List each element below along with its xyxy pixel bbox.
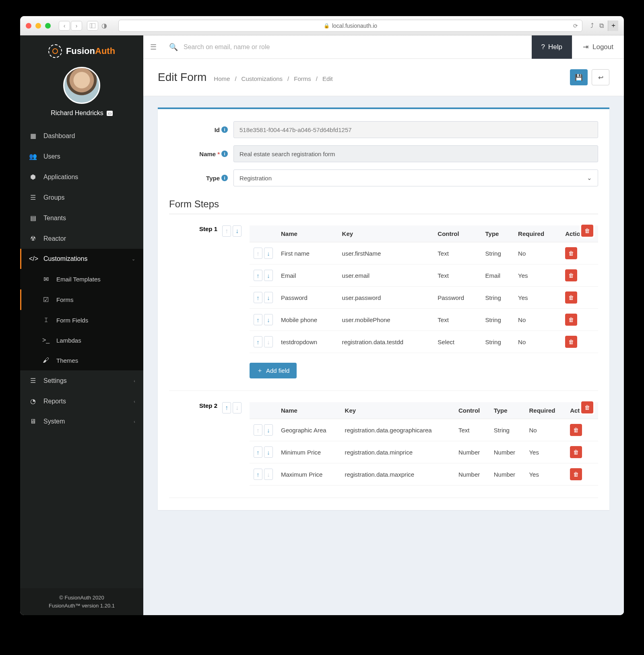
name-field[interactable] — [233, 145, 598, 162]
question-icon: ? — [541, 43, 545, 51]
reload-icon[interactable]: ⟳ — [573, 23, 578, 29]
check-icon: ☑ — [42, 296, 50, 304]
sidebar-sub-themes[interactable]: 🖌Themes — [20, 350, 143, 370]
cell-type: Number — [490, 441, 525, 463]
cell-required: No — [525, 419, 566, 441]
delete-row-button[interactable]: 🗑 — [565, 314, 577, 326]
crumb[interactable]: Forms — [294, 75, 311, 82]
move-row-up-button: ↑ — [254, 248, 262, 259]
topbar: ☰ 🔍 ?Help ⇥Logout — [143, 35, 624, 59]
back-button[interactable]: ‹ — [59, 21, 70, 31]
col-key: Key — [341, 402, 454, 419]
cell-required: Yes — [525, 463, 566, 486]
delete-row-button[interactable]: 🗑 — [565, 291, 577, 304]
move-row-up-button: ↑ — [254, 424, 262, 436]
move-row-down-button[interactable]: ↓ — [264, 446, 273, 458]
sidebar-item-users[interactable]: 👥Users — [20, 146, 143, 167]
sidebar-sub-email-templates[interactable]: ✉Email Templates — [20, 269, 143, 289]
sidebar-item-groups[interactable]: ☰Groups — [20, 187, 143, 208]
tabs-icon[interactable]: ⧉ — [599, 22, 604, 29]
sidebar-sub-lambdas[interactable]: >_Lambdas — [20, 330, 143, 350]
move-row-down-button[interactable]: ↓ — [264, 314, 273, 325]
add-field-button[interactable]: ＋Add field — [250, 363, 297, 378]
id-card-icon[interactable]: ▭ — [107, 111, 113, 116]
cell-required: Yes — [514, 264, 561, 287]
col-required: Required — [514, 225, 561, 242]
logout-button[interactable]: ⇥Logout — [572, 35, 624, 59]
move-row-up-button[interactable]: ↑ — [254, 469, 262, 480]
table-row: ↑ ↓ Password user.password Password Stri… — [250, 287, 598, 309]
move-step-down-button[interactable]: ↓ — [233, 225, 242, 237]
cell-name: Minimum Price — [277, 441, 341, 463]
sidebar: FusionAuth Richard Hendricks ▭ ▦Dashboar… — [20, 35, 143, 615]
move-step-up-button[interactable]: ↑ — [222, 402, 231, 413]
move-row-down-button[interactable]: ↓ — [264, 270, 273, 281]
brush-icon: 🖌 — [42, 357, 50, 364]
move-row-up-button[interactable]: ↑ — [254, 336, 262, 347]
maximize-window-icon[interactable] — [45, 23, 51, 29]
move-row-up-button[interactable]: ↑ — [254, 292, 262, 303]
new-tab-button[interactable]: ＋ — [608, 21, 618, 31]
search-input[interactable] — [184, 43, 526, 51]
delete-row-button[interactable]: 🗑 — [570, 446, 582, 458]
move-row-up-button[interactable]: ↑ — [254, 446, 262, 458]
layers-icon: ☰ — [29, 194, 37, 201]
step-block: Step 1 ↑ ↓ 🗑 Name Key Control Type Requi… — [169, 225, 598, 391]
info-icon[interactable]: i — [221, 151, 228, 157]
share-icon[interactable]: ⤴ — [590, 22, 594, 29]
cell-name: Password — [277, 287, 338, 309]
info-icon[interactable]: i — [221, 126, 228, 133]
info-icon[interactable]: i — [221, 175, 228, 181]
delete-step-button[interactable]: 🗑 — [581, 401, 593, 413]
move-row-down-button[interactable]: ↓ — [264, 248, 273, 259]
user-name: Richard Hendricks ▭ — [51, 110, 113, 117]
cell-control: Number — [454, 463, 490, 486]
avatar[interactable] — [63, 67, 100, 104]
steps-heading: Form Steps — [169, 198, 598, 214]
move-row-up-button[interactable]: ↑ — [254, 270, 262, 281]
sidebar-item-reactor[interactable]: ☢Reactor — [20, 228, 143, 249]
sidebar-item-reports[interactable]: ◔Reports‹ — [20, 391, 143, 411]
sidebar-item-system[interactable]: 🖥System‹ — [20, 411, 143, 432]
sidebar-sub-form-fields[interactable]: 𝙸Form Fields — [20, 310, 143, 330]
forward-button[interactable]: › — [71, 21, 82, 31]
minimize-window-icon[interactable] — [35, 23, 41, 29]
sidebar-item-customizations[interactable]: </>Customizations⌄ — [20, 249, 143, 269]
save-button[interactable]: 💾 — [570, 69, 588, 85]
delete-row-button[interactable]: 🗑 — [565, 336, 577, 348]
delete-row-button[interactable]: 🗑 — [570, 468, 582, 480]
sliders-icon: ☰ — [29, 377, 37, 384]
move-row-down-button[interactable]: ↓ — [264, 424, 273, 436]
sidebar-item-dashboard[interactable]: ▦Dashboard — [20, 126, 143, 146]
move-row-up-button[interactable]: ↑ — [254, 314, 262, 325]
url-bar[interactable]: 🔒 local.fusionauth.io ⟳ — [118, 20, 582, 32]
col-name: Name — [277, 402, 341, 419]
shield-icon[interactable]: ◑ — [98, 22, 110, 29]
sidebar-item-settings[interactable]: ☰Settings‹ — [20, 370, 143, 391]
sidebar-item-tenants[interactable]: ▤Tenants — [20, 208, 143, 228]
close-window-icon[interactable] — [26, 23, 31, 29]
cell-type: String — [481, 331, 514, 353]
sidebar-toggle-icon[interactable] — [87, 21, 98, 31]
traffic-lights — [26, 23, 51, 29]
crumb[interactable]: Home — [214, 75, 230, 82]
help-button[interactable]: ?Help — [532, 35, 572, 59]
delete-step-button[interactable]: 🗑 — [581, 225, 593, 237]
cell-control: Select — [433, 331, 481, 353]
crumb[interactable]: Customizations — [242, 75, 283, 82]
table-row: ↑ ↓ Geographic Area registration.data.ge… — [250, 419, 598, 441]
delete-row-button[interactable]: 🗑 — [570, 424, 582, 436]
collapse-sidebar-button[interactable]: ☰ — [143, 43, 163, 52]
page-title: Edit Form — [158, 71, 206, 84]
sidebar-sub-forms[interactable]: ☑Forms — [20, 289, 143, 310]
sidebar-item-applications[interactable]: ⬢Applications — [20, 167, 143, 187]
delete-row-button[interactable]: 🗑 — [565, 247, 577, 259]
col-required: Required — [525, 402, 566, 419]
page-header: Edit Form Home/ Customizations/ Forms/ E… — [143, 59, 624, 96]
move-row-down-button[interactable]: ↓ — [264, 292, 273, 303]
chevron-left-icon: ‹ — [134, 399, 135, 404]
table-row: ↑ ↓ Maximum Price registration.data.maxp… — [250, 463, 598, 486]
back-button[interactable]: ↩ — [592, 69, 609, 85]
delete-row-button[interactable]: 🗑 — [565, 269, 577, 281]
type-select[interactable]: Registration⌄ — [233, 169, 598, 186]
